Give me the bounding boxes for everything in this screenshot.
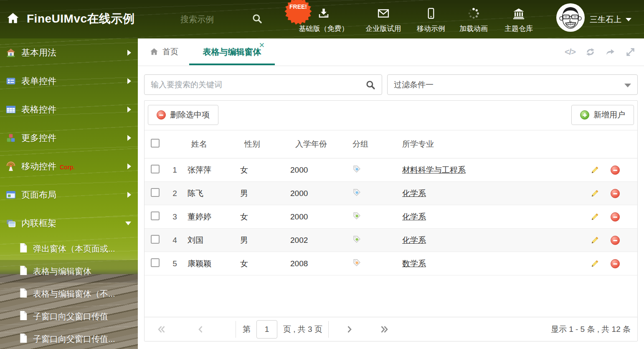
prev-page-button[interactable] (195, 324, 206, 335)
sidebar-subitem-popup-window[interactable]: 弹出窗体（本页面或... (0, 237, 138, 260)
cell-year: 2000 (287, 189, 349, 198)
keyword-search-input[interactable] (145, 75, 382, 94)
cell-name: 康颖颖 (184, 258, 236, 269)
major-link[interactable]: 材料科学与工程系 (402, 166, 466, 174)
header-menu-item-mobile-demo[interactable]: 移动示例 (412, 5, 450, 33)
refresh-icon[interactable] (585, 47, 596, 57)
column-header-major: 所学专业 (397, 139, 541, 150)
sidebar-item-grid-controls[interactable]: 表格控件 (0, 95, 138, 124)
cell-year: 2000 (287, 212, 349, 222)
edit-pencil-icon[interactable] (590, 235, 600, 245)
minus-circle-icon (157, 110, 166, 120)
sidebar-subitem-child-to-parent-2[interactable]: 子窗口向父窗口传值... (0, 328, 138, 349)
chevron-down-icon (626, 18, 631, 21)
edit-pencil-icon[interactable] (590, 165, 600, 175)
header-menu-item-enterprise-trial[interactable]: 企业版试用 (359, 5, 408, 33)
row-checkbox[interactable] (151, 188, 160, 197)
tab-label: 表格与编辑窗体 (203, 46, 261, 58)
edit-pencil-icon[interactable] (590, 212, 600, 222)
avatar[interactable] (556, 3, 585, 32)
sidebar-subitem-grid-edit-window-2[interactable]: 表格与编辑窗体（不... (0, 283, 138, 305)
tab-label: 首页 (162, 46, 178, 57)
plus-circle-icon (580, 110, 589, 120)
header-menu-item-loading-animation[interactable]: 加载动画 (454, 5, 493, 33)
main-content: 首页 表格与编辑窗体 ✕ </> 过滤条件一 (138, 38, 644, 349)
column-header-group: 分组 (349, 139, 397, 150)
share-icon[interactable] (605, 47, 616, 57)
cell-year: 2008 (287, 259, 349, 268)
row-checkbox[interactable] (151, 235, 160, 244)
sidebar-item-mobile-controls[interactable]: 移动控件 Corp. (0, 152, 138, 181)
cell-gender: 男 (236, 235, 287, 246)
next-page-button[interactable] (344, 324, 355, 335)
cell-gender: 女 (236, 165, 287, 176)
grid-panel: 删除选中项 新增用户 姓名 性别 入学年份 分组 所学专业 (144, 100, 638, 341)
first-page-button[interactable] (156, 324, 167, 335)
table-row: 5 康颖颖 女 2008 数学系 (145, 252, 637, 275)
header-menu-item-theme-repository[interactable]: 主题仓库 (497, 5, 540, 33)
row-index: 4 (165, 236, 184, 245)
document-icon (19, 311, 28, 322)
major-link[interactable]: 化学系 (402, 236, 426, 245)
app-header: FineUIMvc在线示例 FREE! 基础版（免费） 企业版试用 移动示例 (0, 0, 644, 38)
select-all-checkbox[interactable] (151, 139, 160, 148)
tab-grid-edit-window[interactable]: 表格与编辑窗体 ✕ (189, 38, 275, 65)
keyword-search-box (144, 74, 382, 95)
row-checkbox[interactable] (151, 258, 160, 267)
header-menu-item-basic-edition[interactable]: 基础版（免费） (292, 5, 355, 33)
row-index: 3 (165, 212, 184, 222)
search-icon[interactable] (365, 79, 376, 92)
close-icon[interactable]: ✕ (259, 42, 265, 49)
sidebar-subitem-child-to-parent[interactable]: 子窗口向父窗口传值 (0, 305, 138, 328)
row-checkbox[interactable] (151, 211, 160, 220)
home-icon[interactable] (6, 11, 20, 27)
table-icon (6, 104, 17, 115)
tab-home[interactable]: 首页 (150, 38, 178, 65)
row-checkbox[interactable] (151, 165, 160, 173)
user-menu[interactable]: 三生石上 (590, 14, 631, 25)
sidebar-subitem-label: 子窗口向父窗口传值... (33, 334, 115, 345)
chevron-right-icon (127, 135, 131, 141)
delete-row-icon[interactable] (611, 236, 620, 245)
record-count-summary: 显示 1 - 5 条 , 共 12 条 (551, 324, 631, 335)
users-table: 姓名 性别 入学年份 分组 所学专业 1 张萍萍 女 2000 (145, 130, 637, 275)
corp-badge: Corp. (60, 163, 75, 171)
tag-icon (352, 188, 361, 199)
expand-icon[interactable] (625, 47, 636, 57)
header-search-input[interactable] (180, 12, 248, 27)
pagination-bar: 第 页 , 共 3 页 显示 1 - 5 条 , 共 12 条 (145, 317, 637, 341)
sidebar-subitem-grid-edit-window[interactable]: 表格与编辑窗体 (0, 260, 138, 283)
delete-row-icon[interactable] (611, 259, 620, 268)
sidebar-item-more-controls[interactable]: 更多控件 (0, 124, 138, 152)
home-icon (150, 47, 159, 56)
delete-selected-label: 删除选中项 (170, 110, 210, 120)
sidebar-item-basic-usage[interactable]: 基本用法 (0, 38, 138, 67)
major-link[interactable]: 数学系 (402, 259, 426, 268)
filter-row: 过滤条件一 (144, 74, 638, 95)
delete-selected-button[interactable]: 删除选中项 (148, 105, 218, 125)
view-source-icon[interactable]: </> (565, 47, 576, 57)
major-link[interactable]: 化学系 (402, 189, 426, 198)
add-user-button[interactable]: 新增用户 (571, 105, 634, 125)
sidebar-item-form-controls[interactable]: 表单控件 (0, 67, 138, 95)
chevron-right-icon (127, 163, 131, 169)
page-number-input[interactable] (256, 320, 277, 339)
tag-icon (352, 258, 361, 269)
antenna-icon (6, 161, 17, 171)
delete-row-icon[interactable] (611, 189, 620, 198)
cell-name: 刘国 (184, 235, 236, 246)
filter-dropdown[interactable]: 过滤条件一 (387, 74, 638, 95)
table-row: 2 陈飞 男 2000 化学系 (145, 182, 637, 205)
header-search-icon[interactable] (251, 13, 263, 26)
sidebar-item-inline-frame[interactable]: 内联框架 (0, 209, 138, 237)
sidebar-item-page-layout[interactable]: 页面布局 (0, 181, 138, 209)
cell-name: 张萍萍 (184, 165, 236, 176)
major-link[interactable]: 化学系 (402, 212, 426, 221)
delete-row-icon[interactable] (611, 166, 620, 175)
document-icon (19, 265, 28, 277)
delete-row-icon[interactable] (611, 212, 620, 222)
sidebar-item-label: 页面布局 (21, 189, 56, 201)
last-page-button[interactable] (379, 324, 390, 335)
edit-pencil-icon[interactable] (590, 189, 600, 198)
edit-pencil-icon[interactable] (590, 259, 600, 268)
